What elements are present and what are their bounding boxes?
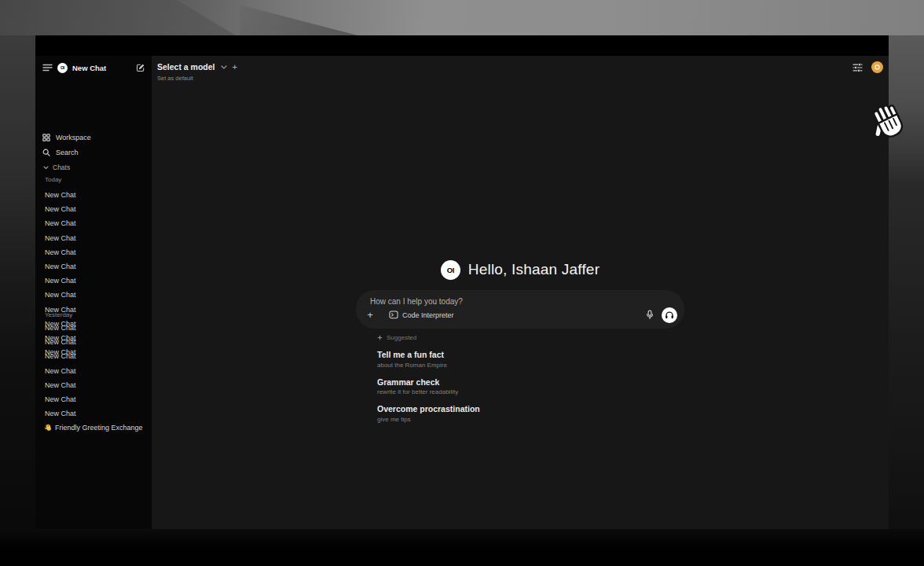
model-chevron-icon[interactable] [221, 65, 227, 69]
sidebar-item-search[interactable]: Search [42, 145, 147, 160]
suggested-item[interactable]: Overcome procrastination give me tips [377, 404, 684, 423]
chat-title: New Chat [45, 410, 76, 417]
chat-title: New Chat [45, 352, 76, 360]
wave-emoji-icon [45, 424, 52, 432]
chat-title: New Chat [45, 248, 76, 256]
attach-plus-button[interactable]: + [364, 310, 376, 320]
code-interpreter-label: Code Interpreter [402, 311, 454, 319]
chats-section-toggle[interactable]: Chats [43, 164, 70, 171]
suggested-section: Suggested Tell me a fun fact about the R… [356, 333, 684, 423]
chat-title: New Chat [45, 205, 76, 213]
user-avatar[interactable] [871, 61, 883, 73]
chat-title: New Chat [45, 324, 76, 332]
greeting-row: OI Hello, Ishaan Jaffer [356, 259, 684, 280]
chat-title: New Chat [45, 234, 76, 242]
suggested-item-title: Overcome procrastination [377, 404, 684, 413]
window-titlebar [35, 35, 889, 56]
code-interpreter-icon [389, 311, 398, 319]
sidebar-header: OI New Chat [42, 61, 145, 75]
chat-list-item[interactable]: New Chat [35, 406, 152, 421]
wallpaper-right [889, 35, 924, 529]
wallpaper-bottom [0, 529, 924, 566]
suggested-item-title: Tell me a fun fact [377, 350, 684, 359]
chat-title: New Chat [45, 381, 76, 389]
message-input-placeholder: How can I help you today? [370, 297, 463, 306]
topbar-actions [852, 61, 883, 73]
new-chat-icon[interactable] [136, 63, 145, 72]
chat-list-item[interactable]: New Chat [35, 349, 152, 363]
suggested-item[interactable]: Tell me a fun fact about the Roman Empir… [377, 350, 684, 369]
suggested-item-subtitle: give me tips [377, 416, 684, 423]
hero-section: OI Hello, Ishaan Jaffer How can I help y… [356, 259, 684, 423]
chat-list-item[interactable]: New Chat [35, 231, 152, 245]
search-label: Search [56, 149, 79, 156]
chat-title: New Chat [45, 277, 76, 285]
chat-list-item[interactable]: New Chat [35, 188, 152, 202]
chat-list-item[interactable]: New Chat [35, 288, 152, 302]
mic-icon[interactable] [646, 310, 654, 320]
chat-title: New Chat [45, 219, 76, 227]
chat-list-item[interactable]: New Chat [35, 245, 152, 259]
chat-title: New Chat [45, 191, 76, 199]
chat-list-item[interactable]: New Chat [35, 202, 152, 216]
model-selector-block: Select a model + Set as default [157, 62, 237, 82]
chats-section-label: Chats [53, 164, 70, 171]
suggested-item-subtitle: about the Roman Empire [377, 362, 684, 369]
app-logo: OI [57, 63, 68, 73]
chat-list-item[interactable]: New Chat [35, 259, 152, 274]
suggested-label: Suggested [387, 334, 416, 341]
headphones-button[interactable] [662, 307, 677, 323]
chat-list-item[interactable]: New Chat [35, 216, 152, 230]
chevron-down-icon [43, 166, 49, 170]
chat-list-item[interactable]: New Chat [35, 274, 152, 288]
chat-list-item-friendly-greeting[interactable]: Friendly Greeting Exchange [45, 421, 148, 435]
chat-list-item[interactable]: New Chat [35, 392, 152, 406]
workspace-icon [42, 134, 50, 142]
suggested-item[interactable]: Grammar check rewrite it for better read… [377, 377, 684, 396]
group-label-today: Today [45, 176, 61, 183]
sidebar-item-workspace[interactable]: Workspace [42, 130, 147, 145]
chat-list-item[interactable]: New Chat [35, 364, 152, 378]
chat-title: New Chat [45, 291, 76, 299]
chat-title: New Chat [45, 263, 76, 270]
code-interpreter-toggle[interactable]: Code Interpreter [389, 311, 454, 319]
workspace-label: Workspace [56, 134, 91, 142]
suggested-item-subtitle: rewrite it for better readability [377, 388, 684, 395]
app-window: OI New Chat Workspace Search [35, 35, 889, 529]
open-webui-app: OI New Chat Workspace Search [35, 56, 889, 529]
sidebar-toggle-icon[interactable] [42, 64, 53, 72]
chat-title: New Chat [45, 367, 76, 375]
chat-title: Friendly Greeting Exchange [55, 424, 143, 432]
chat-list-item[interactable]: New Chat [35, 335, 152, 349]
headphones-icon [665, 311, 674, 319]
add-model-button[interactable]: + [233, 63, 237, 72]
chat-list-item[interactable]: New Chat [35, 378, 152, 392]
chat-list-yesterday: New Chat New Chat New Chat New Chat New … [35, 321, 152, 421]
main-content: Select a model + Set as default [152, 56, 889, 529]
group-label-yesterday: Yesterday [45, 311, 72, 318]
suggested-header: Suggested [377, 333, 684, 341]
chat-title: New Chat [45, 395, 76, 403]
sidebar-title: New Chat [72, 64, 106, 72]
sidebar: OI New Chat Workspace Search [35, 56, 152, 529]
greeting-text: Hello, Ishaan Jaffer [468, 261, 600, 278]
search-icon [42, 149, 50, 156]
chat-list-item[interactable]: New Chat [35, 321, 152, 335]
chat-title: New Chat [45, 338, 76, 346]
composer-toolbar: + Code Interpreter [364, 307, 677, 323]
wallpaper-left [0, 35, 35, 529]
controls-icon[interactable] [852, 63, 863, 72]
set-as-default-button[interactable]: Set as default [157, 75, 237, 82]
sparkles-icon [377, 335, 383, 340]
model-selector-button[interactable]: Select a model [157, 62, 215, 72]
suggested-list: Tell me a fun fact about the Roman Empir… [377, 350, 684, 423]
message-input-box[interactable]: How can I help you today? + Code Interpr… [356, 290, 684, 329]
app-logo-large: OI [441, 260, 460, 280]
suggested-item-title: Grammar check [377, 377, 684, 387]
